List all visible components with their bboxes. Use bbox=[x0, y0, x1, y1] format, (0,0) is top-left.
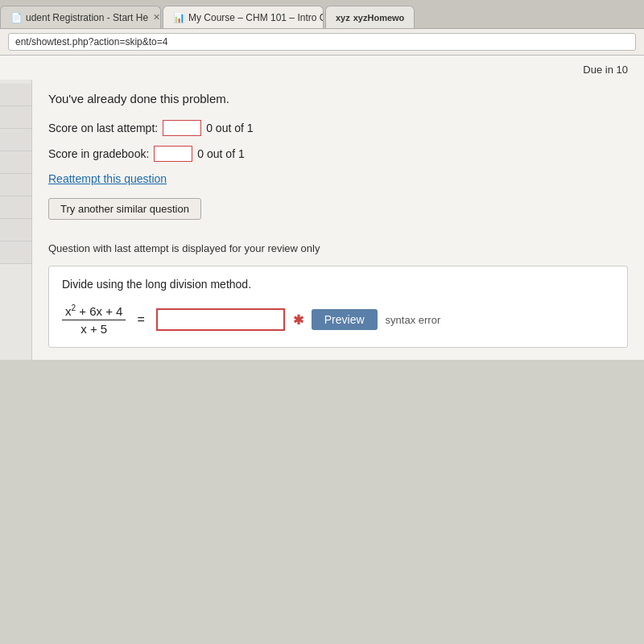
content-layout: You've already done this problem. Score … bbox=[0, 80, 644, 360]
tab-bar: 📄 udent Registration - Start He ✕ 📊 My C… bbox=[0, 0, 644, 29]
main-content: You've already done this problem. Score … bbox=[32, 80, 644, 360]
tab-xyz-label: xyzHomewo bbox=[353, 13, 405, 23]
score-gradebook-row: Score in gradebook: 0 out of 1 bbox=[48, 146, 628, 162]
sidebar-item-5[interactable] bbox=[0, 174, 31, 196]
sidebar-item-6[interactable] bbox=[0, 196, 31, 219]
sidebar-item-2[interactable] bbox=[0, 106, 31, 129]
course-icon: 📊 bbox=[173, 12, 184, 23]
tab-registration-label: udent Registration - Start He bbox=[26, 12, 148, 23]
address-input[interactable] bbox=[8, 33, 636, 51]
score-gradebook-box bbox=[154, 146, 192, 162]
sidebar bbox=[0, 80, 32, 360]
question-instruction: Divide using the long division method. bbox=[62, 278, 614, 291]
sidebar-item-1[interactable] bbox=[0, 84, 31, 106]
required-asterisk: ✱ bbox=[293, 312, 303, 328]
tab-xyz[interactable]: xyz xyzHomewo bbox=[325, 6, 415, 28]
review-note: Question with last attempt is displayed … bbox=[48, 242, 628, 254]
math-fraction: x2 + 6x + 4 x + 5 bbox=[62, 303, 126, 336]
fraction-numerator: x2 + 6x + 4 bbox=[62, 303, 126, 320]
score-last-row: Score on last attempt: 0 out of 1 bbox=[48, 120, 628, 136]
already-done-text: You've already done this problem. bbox=[48, 92, 628, 105]
syntax-error-text: syntax error bbox=[386, 314, 441, 326]
tab-mycourse-label: My Course – CHM 101 – Intro C bbox=[188, 12, 324, 23]
sidebar-item-8[interactable] bbox=[0, 242, 31, 264]
sidebar-item-7[interactable] bbox=[0, 219, 31, 242]
preview-button[interactable]: Preview bbox=[312, 309, 378, 330]
tab-mycourse[interactable]: 📊 My Course – CHM 101 – Intro C ✕ bbox=[163, 6, 324, 28]
fraction-denominator: x + 5 bbox=[77, 320, 110, 336]
score-last-label: Score on last attempt: bbox=[48, 122, 158, 134]
answer-input[interactable] bbox=[156, 308, 285, 331]
page-icon: 📄 bbox=[10, 12, 22, 23]
due-indicator: Due in 10 bbox=[0, 56, 644, 80]
score-last-value: 0 out of 1 bbox=[206, 122, 253, 134]
try-similar-button[interactable]: Try another similar question bbox=[48, 198, 201, 220]
tab-registration[interactable]: 📄 udent Registration - Start He ✕ bbox=[0, 6, 161, 28]
xyz-badge: xyz bbox=[336, 13, 350, 23]
equals-sign: = bbox=[137, 312, 144, 327]
math-row: x2 + 6x + 4 x + 5 = ✱ Preview syntax err… bbox=[62, 303, 614, 336]
score-gradebook-value: 0 out of 1 bbox=[197, 147, 244, 160]
score-gradebook-label: Score in gradebook: bbox=[48, 147, 149, 160]
browser-chrome: 📄 udent Registration - Start He ✕ 📊 My C… bbox=[0, 0, 644, 56]
score-last-box bbox=[163, 120, 201, 136]
page-content: Due in 10 You've already done this probl… bbox=[0, 56, 644, 360]
due-label: Due in 10 bbox=[583, 64, 628, 76]
question-box: Divide using the long division method. x… bbox=[48, 266, 628, 348]
sidebar-item-4[interactable] bbox=[0, 151, 31, 174]
tab-registration-close[interactable]: ✕ bbox=[153, 12, 160, 23]
sidebar-item-3[interactable] bbox=[0, 129, 31, 151]
address-bar bbox=[0, 29, 644, 56]
reattempt-link[interactable]: Reattempt this question bbox=[48, 172, 167, 185]
